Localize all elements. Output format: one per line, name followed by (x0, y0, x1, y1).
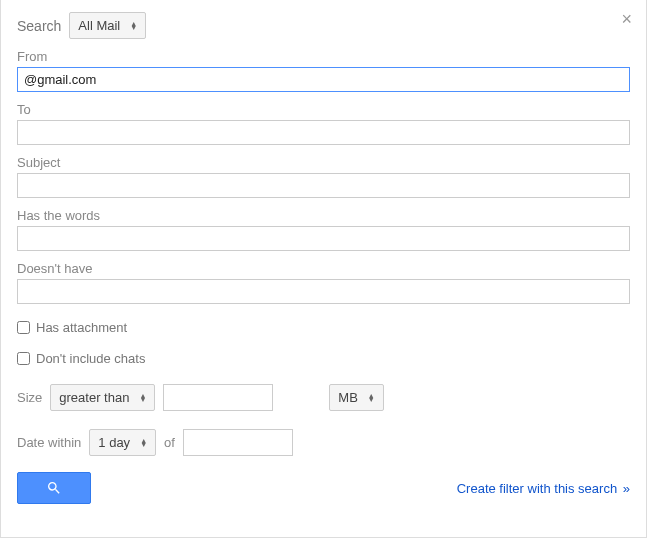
dont-include-chats-checkbox[interactable] (17, 352, 30, 365)
updown-icon: ▲▼ (130, 22, 137, 30)
search-icon (46, 480, 62, 496)
has-attachment-row: Has attachment (17, 320, 630, 335)
doesnt-have-input[interactable] (17, 279, 630, 304)
search-options-panel: × Search All Mail ▲▼ From To Subject Has… (0, 0, 647, 538)
size-unit-value: MB (338, 390, 358, 405)
search-scope-value: All Mail (78, 18, 120, 33)
subject-label: Subject (17, 155, 630, 170)
from-label: From (17, 49, 630, 64)
updown-icon: ▲▼ (139, 394, 146, 402)
doesnt-have-label: Doesn't have (17, 261, 630, 276)
date-value-input[interactable] (183, 429, 293, 456)
from-input[interactable] (17, 67, 630, 92)
bottom-row: Create filter with this search » (17, 472, 630, 504)
search-button[interactable] (17, 472, 91, 504)
search-label: Search (17, 18, 61, 34)
subject-input[interactable] (17, 173, 630, 198)
close-icon: × (621, 9, 632, 29)
create-filter-link[interactable]: Create filter with this search » (457, 481, 630, 496)
size-comparator-select[interactable]: greater than ▲▼ (50, 384, 155, 411)
date-range-value: 1 day (98, 435, 130, 450)
dont-include-chats-row: Don't include chats (17, 351, 630, 366)
has-attachment-checkbox[interactable] (17, 321, 30, 334)
size-row: Size greater than ▲▼ MB ▲▼ (17, 384, 630, 411)
to-input[interactable] (17, 120, 630, 145)
close-button[interactable]: × (621, 10, 632, 28)
size-label: Size (17, 390, 42, 405)
has-words-input[interactable] (17, 226, 630, 251)
size-unit-select[interactable]: MB ▲▼ (329, 384, 383, 411)
date-within-label: Date within (17, 435, 81, 450)
updown-icon: ▲▼ (140, 439, 147, 447)
chevron-right-icon: » (623, 481, 630, 496)
dont-include-chats-label: Don't include chats (36, 351, 145, 366)
updown-icon: ▲▼ (368, 394, 375, 402)
size-comparator-value: greater than (59, 390, 129, 405)
create-filter-text: Create filter with this search (457, 481, 617, 496)
has-words-label: Has the words (17, 208, 630, 223)
to-label: To (17, 102, 630, 117)
has-attachment-label: Has attachment (36, 320, 127, 335)
search-scope-select[interactable]: All Mail ▲▼ (69, 12, 146, 39)
date-range-select[interactable]: 1 day ▲▼ (89, 429, 156, 456)
search-scope-row: Search All Mail ▲▼ (17, 12, 630, 39)
date-row: Date within 1 day ▲▼ of (17, 429, 630, 456)
date-of-label: of (164, 435, 175, 450)
size-value-input[interactable] (163, 384, 273, 411)
